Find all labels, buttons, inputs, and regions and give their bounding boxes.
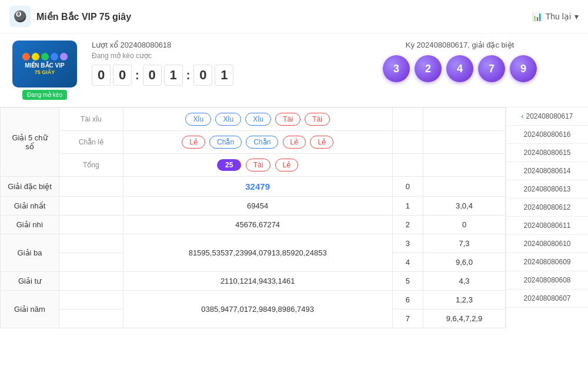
tag-tai-2[interactable]: Tài — [305, 113, 330, 126]
chan-le-tags: Lẻ Chẵn Chẵn Lẻ Lẻ — [123, 131, 392, 154]
giai-tu-row: Giải tư 2110,1214,9433,1461 5 4,3 — [1, 272, 506, 291]
giai-tu-sub — [59, 272, 123, 291]
giai-db-sub-label — [59, 177, 123, 197]
sidebar-item-614[interactable]: 202408080614 — [506, 162, 588, 180]
giai-nhat-header: Giải nhất — [1, 197, 59, 216]
giai-tu-col3: 4,3 — [423, 272, 505, 291]
ball-1: 3 — [383, 55, 410, 82]
tag-le-3[interactable]: Lẻ — [310, 136, 333, 149]
giai-5-tong-row: Tổng 25 Tài Lẻ — [1, 154, 506, 177]
sidebar-item-615[interactable]: 202408080615 — [506, 144, 588, 162]
app-logo-icon: 🎱 — [9, 6, 31, 27]
luot-xo-label: Lượt xổ 202408080618 — [92, 41, 329, 49]
ball-5: 9 — [510, 55, 537, 82]
countdown-timer: 0 0 : 0 1 : 0 1 — [92, 65, 329, 86]
prize-table: Giải 5 chữ số Tài xỉu Xỉu Xỉu Xỉu Tài Tà… — [0, 107, 506, 328]
game-badge: MIỀN BẮC VIP 75 GIÂY — [12, 41, 77, 88]
giai-db-value: 32479 — [123, 177, 392, 197]
giai-ba-col3-1: 7,3 — [423, 234, 505, 253]
giai-nhat-col2: 1 — [392, 197, 423, 216]
countdown-sep2: : — [185, 69, 192, 82]
sidebar-item-608[interactable]: 202408080608 — [506, 271, 588, 290]
chevron-left-icon: ‹ — [521, 112, 523, 120]
giai-nam-value: 0385,9477,0172,9849,8986,7493 — [123, 291, 392, 328]
thu-lai-button[interactable]: 📊 Thu lại ▾ — [532, 12, 579, 21]
sidebar-item-610[interactable]: 202408080610 — [506, 235, 588, 253]
giai-nhat-sub — [59, 197, 123, 216]
info-right: Kỳ 202408080617, giải đặc biệt 3 2 4 7 9 — [341, 41, 579, 82]
giai-5-header: Giải 5 chữ số — [1, 108, 59, 177]
main-content: Giải 5 chữ số Tài xỉu Xỉu Xỉu Xỉu Tài Tà… — [0, 107, 588, 328]
tag-tai-1[interactable]: Tài — [275, 113, 300, 126]
giai-ba-col2-2: 4 — [392, 253, 423, 272]
info-center: Lượt xổ 202408080618 Đang mở kèo cược 0 … — [92, 41, 329, 86]
countdown-sep1: : — [134, 69, 141, 82]
giai-nhi-col2: 2 — [392, 216, 423, 234]
countdown-d6: 1 — [215, 65, 233, 86]
prize-table-section: Giải 5 chữ số Tài xỉu Xỉu Xỉu Xỉu Tài Tà… — [0, 107, 506, 328]
chan-le-label: Chẵn lẻ — [59, 131, 123, 154]
giai-tu-value: 2110,1214,9433,1461 — [123, 272, 392, 291]
history-sidebar: ‹ 202408080617 202408080616 202408080615… — [506, 107, 588, 328]
giai-db-col3 — [423, 177, 505, 197]
tag-xiu-1[interactable]: Xỉu — [185, 113, 211, 126]
giai-tu-col2: 5 — [392, 272, 423, 291]
tag-le-2[interactable]: Lẻ — [283, 136, 306, 149]
sidebar-item-607[interactable]: 202408080607 — [506, 290, 588, 308]
chan-le-col3 — [423, 131, 505, 154]
countdown-d5: 0 — [193, 65, 212, 86]
giai-ba-header: Giải ba — [1, 234, 59, 272]
bar-chart-icon: 📊 — [532, 12, 542, 21]
sidebar-current-id: 202408080617 — [526, 112, 573, 120]
giai-ba-row-1: Giải ba 81595,53537,23994,07913,85920,24… — [1, 234, 506, 253]
sidebar-item-609[interactable]: 202408080609 — [506, 253, 588, 271]
sidebar-item-612[interactable]: 202408080612 — [506, 198, 588, 217]
giai-nhi-value: 45676,67274 — [123, 216, 392, 234]
sidebar-item-611[interactable]: 202408080611 — [506, 217, 588, 235]
tai-xiu-col2 — [392, 108, 423, 131]
giai-nam-header: Giải năm — [1, 291, 59, 328]
tong-label: Tổng — [59, 154, 123, 177]
tai-xiu-col3 — [423, 108, 505, 131]
ball-3: 4 — [446, 55, 473, 82]
countdown-d1: 0 — [92, 65, 111, 86]
sidebar-item-613[interactable]: 202408080613 — [506, 180, 588, 198]
game-badge-section: MIỀN BẮC VIP 75 GIÂY Đang mở kèo — [9, 41, 80, 100]
thu-lai-label: Thu lại — [546, 12, 571, 21]
tong-col3 — [423, 154, 505, 177]
dang-mo-label: Đang mở kèo cược — [92, 52, 329, 60]
giai-nam-col3-2: 9,6,4,7,2,9 — [423, 309, 505, 328]
giai-nhat-value: 69454 — [123, 197, 392, 216]
header: 🎱 Miền Bắc VIP 75 giây 📊 Thu lại ▾ — [0, 0, 588, 33]
giai-nam-col2-2: 7 — [392, 309, 423, 328]
giai-nhat-col3: 3,0,4 — [423, 197, 505, 216]
info-bar: MIỀN BẮC VIP 75 GIÂY Đang mở kèo Lượt xổ… — [0, 33, 588, 107]
giai-nhi-col3: 0 — [423, 216, 505, 234]
tong-tags: 25 Tài Lẻ — [123, 154, 392, 177]
sidebar-nav[interactable]: ‹ 202408080617 — [506, 107, 588, 126]
tag-le-1[interactable]: Lẻ — [182, 136, 205, 149]
open-keo-button[interactable]: Đang mở kèo — [22, 90, 67, 100]
giai-nhi-sub — [59, 216, 123, 234]
tong-tai-tag[interactable]: Tài — [246, 159, 271, 171]
giai-ba-col2-1: 3 — [392, 234, 423, 253]
ball-2: 2 — [415, 55, 442, 82]
tai-xiu-tags: Xỉu Xỉu Xỉu Tài Tài — [123, 108, 392, 131]
tong-le-tag[interactable]: Lẻ — [275, 159, 299, 171]
tag-chan-1[interactable]: Chẵn — [209, 136, 242, 149]
header-left: 🎱 Miền Bắc VIP 75 giây — [9, 6, 131, 27]
giai-nam-col2-1: 6 — [392, 291, 423, 309]
giai-dac-biet-row: Giải đặc biệt 32479 0 — [1, 177, 506, 197]
ball-4: 7 — [478, 55, 505, 82]
tag-xiu-2[interactable]: Xỉu — [215, 113, 241, 126]
giai-ba-sub-2 — [59, 253, 123, 272]
page-title: Miền Bắc VIP 75 giây — [36, 11, 131, 22]
tag-xiu-3[interactable]: Xỉu — [245, 113, 271, 126]
result-balls: 3 2 4 7 9 — [341, 55, 579, 82]
giai-nam-row-1: Giải năm 0385,9477,0172,9849,8986,7493 6… — [1, 291, 506, 309]
countdown-d3: 0 — [143, 65, 162, 86]
tag-chan-2[interactable]: Chẵn — [246, 136, 278, 149]
sidebar-item-616[interactable]: 202408080616 — [506, 126, 588, 144]
countdown-d4: 1 — [164, 65, 183, 86]
tong-col2 — [392, 154, 423, 177]
